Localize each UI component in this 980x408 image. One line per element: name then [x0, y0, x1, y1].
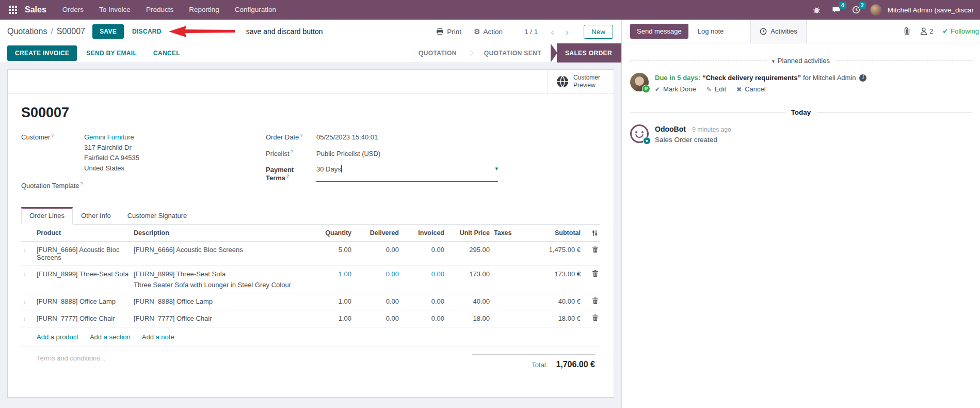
print-button[interactable]: Print [432, 28, 465, 36]
help-marker: ? [300, 133, 302, 138]
order-line-row[interactable]: ↕ [FURN_8888] Office Lamp [FURN_8888] Of… [21, 293, 600, 310]
annotation-text: save and discard button [246, 27, 323, 36]
order-date-value[interactable]: 05/25/2023 15:40:01 [316, 132, 378, 143]
stage-statusbar: QUOTATION QUOTATION SENT SALES ORDER [413, 43, 621, 62]
attachments-button[interactable] [903, 27, 911, 36]
order-line-row[interactable]: ↕ [FURN_7777] Office Chair [FURN_7777] O… [21, 310, 600, 327]
cell-product: [FURN_8999] Three-Seat Sofa [35, 266, 132, 293]
send-by-email-button[interactable]: SEND BY EMAIL [79, 45, 144, 61]
pager-next-icon[interactable]: › [562, 27, 572, 37]
planned-activities-divider[interactable]: ▾ Planned activities [630, 57, 972, 65]
cell-quantity: 1.00 [309, 293, 354, 310]
app-name[interactable]: Sales [25, 5, 46, 14]
following-button[interactable]: ✔ Following [942, 27, 979, 35]
menu-orders[interactable]: Orders [56, 0, 90, 20]
messages-icon[interactable]: 4 [829, 2, 844, 18]
apps-grid-icon[interactable] [5, 2, 21, 18]
cell-quantity: 1.00 [309, 310, 354, 327]
stage-quotation-sent[interactable]: QUOTATION SENT [479, 43, 547, 62]
column-product[interactable]: Product [35, 225, 132, 242]
user-menu[interactable]: Mitchell Admin (save_discar [888, 6, 974, 14]
check-icon: ✔ [942, 27, 948, 35]
pager-count: 1 / 1 [524, 28, 538, 36]
tab-other-info[interactable]: Other Info [73, 207, 119, 224]
new-button[interactable]: New [584, 25, 613, 39]
message-body: Sales Order created [655, 136, 731, 144]
log-note-button[interactable]: Log note [690, 24, 731, 39]
delete-line-icon[interactable] [592, 270, 598, 277]
column-unit-price[interactable]: Unit Price [446, 225, 492, 242]
column-description[interactable]: Description [132, 225, 309, 242]
notebook-tabs: Order Lines Other Info Customer Signatur… [21, 207, 600, 225]
cell-delivered: 0.00 [354, 242, 401, 266]
order-line-row[interactable]: ↕ [FURN_8999] Three-Seat Sofa [FURN_8999… [21, 266, 600, 293]
dropdown-caret-icon[interactable]: ▾ [495, 165, 498, 172]
menu-to-invoice[interactable]: To Invoice [92, 0, 137, 20]
tab-customer-signature[interactable]: Customer Signature [119, 207, 196, 224]
stage-sales-order-active[interactable]: SALES ORDER [557, 43, 621, 62]
breadcrumb-current: S00007 [57, 27, 85, 36]
breadcrumb-quotations[interactable]: Quotations [7, 27, 47, 36]
delete-line-icon[interactable] [592, 246, 598, 253]
action-button[interactable]: ⚙ Action [470, 27, 507, 36]
column-taxes[interactable]: Taxes [492, 225, 525, 242]
send-message-button[interactable]: Send message [630, 24, 688, 39]
payment-terms-input[interactable]: 30 Days ▾ [316, 165, 498, 182]
menu-products[interactable]: Products [139, 0, 180, 20]
customer-link[interactable]: Gemini Furniture [84, 132, 139, 143]
add-section-link[interactable]: Add a section [90, 333, 131, 341]
column-subtotal[interactable]: Subtotal [525, 225, 583, 242]
discard-button[interactable]: DISCARD [132, 28, 162, 35]
mark-done-button[interactable]: ✔Mark Done [655, 85, 696, 93]
followers-button[interactable]: 2 [920, 27, 933, 35]
debug-bug-icon[interactable] [809, 2, 825, 18]
activities-clock-icon[interactable]: 2 [848, 2, 864, 18]
create-invoice-button[interactable]: CREATE INVOICE [7, 45, 77, 61]
breadcrumb: Quotations/S00007 [7, 27, 85, 36]
message-time: - 9 minutes ago [688, 126, 731, 133]
cell-subtotal: 18.00 € [525, 310, 583, 327]
column-delivered[interactable]: Delivered [354, 225, 401, 242]
add-note-link[interactable]: Add a note [142, 333, 174, 341]
cell-unit-price: 40.00 [446, 293, 492, 310]
cell-subtotal: 173.00 € [525, 266, 583, 293]
activities-button[interactable]: Activities [751, 20, 806, 43]
customer-preview-button[interactable]: Customer Preview [548, 70, 614, 93]
cell-product: [FURN_7777] Office Chair [35, 310, 132, 327]
delete-line-icon[interactable] [592, 297, 598, 304]
save-button[interactable]: SAVE [92, 24, 124, 39]
payment-terms-label: Payment Terms? [266, 165, 316, 182]
message-author[interactable]: OdooBot [655, 125, 686, 133]
edit-activity-button[interactable]: ✎Edit [706, 85, 726, 93]
info-icon[interactable]: i [859, 74, 866, 82]
pager-previous-icon[interactable]: ‹ [547, 27, 557, 37]
activity-summary: “Check delivery requirements” [702, 73, 801, 83]
help-marker: ? [81, 181, 83, 186]
menu-configuration[interactable]: Configuration [228, 0, 283, 20]
column-invoiced[interactable]: Invoiced [401, 225, 446, 242]
messages-badge: 4 [839, 2, 846, 9]
optional-columns-icon[interactable] [585, 230, 598, 237]
user-avatar[interactable] [868, 2, 883, 18]
drag-handle-icon[interactable]: ↕ [23, 247, 26, 253]
order-date-label: Order Date? [266, 132, 316, 143]
cancel-activity-button[interactable]: ✖Cancel [736, 85, 766, 93]
drag-handle-icon[interactable]: ↕ [23, 299, 26, 305]
todo-activity-badge-icon [642, 85, 650, 93]
menu-reporting[interactable]: Reporting [182, 0, 226, 20]
delete-line-icon[interactable] [592, 315, 598, 321]
text-cursor [341, 165, 342, 172]
stage-quotation[interactable]: QUOTATION [413, 43, 462, 62]
cell-description[interactable]: [FURN_8999] Three-Seat SofaThree Seater … [132, 266, 309, 293]
cancel-button[interactable]: CANCEL [146, 45, 187, 61]
pricelist-value[interactable]: Public Pricelist (USD) [316, 149, 380, 159]
help-marker: ? [286, 174, 290, 179]
statusbar-row: CREATE INVOICE SEND BY EMAIL CANCEL QUOT… [0, 43, 621, 63]
order-line-row[interactable]: ↕ [FURN_6666] Acoustic Bloc Screens [FUR… [21, 242, 600, 266]
drag-handle-icon[interactable]: ↕ [23, 316, 26, 322]
drag-handle-icon[interactable]: ↕ [23, 271, 26, 277]
tab-order-lines[interactable]: Order Lines [21, 207, 73, 225]
column-quantity[interactable]: Quantity [309, 225, 354, 242]
terms-placeholder[interactable]: Terms and conditions... [37, 354, 106, 369]
add-product-link[interactable]: Add a product [37, 333, 78, 341]
